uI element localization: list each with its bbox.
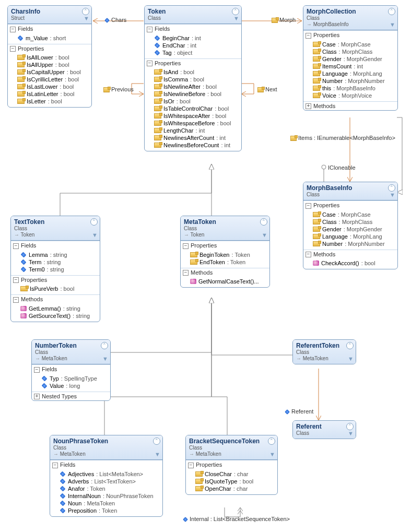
class-title: MorphCollection	[307, 8, 394, 15]
section-header[interactable]: −Properties	[303, 201, 397, 210]
class-kind: Class	[14, 226, 97, 232]
filter-icon[interactable]: ▼	[390, 192, 395, 198]
class-title: NumberToken	[35, 342, 107, 349]
property: BeginTokenToken	[190, 251, 268, 258]
section-header[interactable]: −Properties	[186, 460, 277, 469]
collapse-icon[interactable]: ⌃	[388, 8, 395, 15]
assoc-label-morph: Morph	[272, 17, 296, 23]
method: GetSourceText()string	[20, 312, 99, 320]
class-base: MetaToken	[35, 356, 107, 362]
filter-icon[interactable]: ▼	[269, 452, 275, 457]
filter-icon[interactable]: ▼	[92, 232, 98, 238]
class-title: NounPhraseToken	[53, 438, 159, 445]
section-header[interactable]: −Methods	[303, 250, 397, 259]
class-charsinfo[interactable]: CharsInfo Struct ⌃ ▼ −Fields m_Valueshor…	[7, 5, 92, 108]
class-base: Token	[184, 232, 266, 238]
field: Termstring	[20, 258, 99, 266]
collapse-icon[interactable]: ⌃	[260, 218, 267, 226]
collapse-icon[interactable]: ⌃	[346, 423, 354, 430]
method: GetLemma()string	[20, 305, 99, 312]
class-kind: Class	[53, 445, 159, 451]
property: GenderMorphGender	[313, 226, 396, 233]
field: AdjectivesList<MetaToken>	[60, 470, 161, 478]
class-token[interactable]: Token Class ⌃ ▼ −Fields BeginCharint End…	[144, 5, 242, 151]
filter-icon[interactable]: ▼	[155, 452, 160, 457]
class-base: Token	[14, 232, 97, 238]
collapse-icon[interactable]: ⌃	[388, 184, 395, 192]
property: IsWhitespaceBeforebool	[154, 120, 240, 127]
section-header[interactable]: −Fields	[11, 241, 100, 250]
property: CaseMorphCase	[313, 211, 396, 218]
class-nounphrasetoken[interactable]: NounPhraseToken Class MetaToken ⌃ ▼ −Fie…	[50, 435, 163, 517]
property: IsNewlineAfterbool	[154, 83, 240, 90]
field: PrepositionToken	[60, 507, 161, 514]
collapse-icon[interactable]: ⌃	[268, 438, 275, 445]
collapse-icon[interactable]: ⌃	[82, 8, 89, 15]
property: ItemsCountint	[313, 63, 396, 70]
section-header[interactable]: −Properties	[181, 241, 269, 250]
property: IsOrbool	[154, 98, 240, 105]
property: IsAllUpperbool	[17, 61, 90, 68]
section-header[interactable]: −Properties	[303, 31, 397, 40]
property: IsNewlineBeforebool	[154, 90, 240, 98]
property: NewlinesAfterCountint	[154, 134, 240, 141]
filter-icon[interactable]: ▼	[348, 356, 354, 362]
section-header[interactable]: −Methods	[181, 268, 269, 277]
property: ClassMorphClass	[313, 218, 396, 226]
section-header[interactable]: +Methods	[303, 102, 397, 111]
section-header[interactable]: −Fields	[50, 460, 162, 469]
filter-icon[interactable]: ▼	[84, 16, 89, 21]
collapse-icon[interactable]: ⌃	[101, 342, 108, 349]
section-header[interactable]: −Properties	[8, 44, 91, 53]
field: EndCharint	[154, 42, 240, 49]
class-texttoken[interactable]: TextToken Class Token ⌃ ▼ −Fields Lemmas…	[10, 216, 100, 322]
assoc-label-internal: Internal : List<BracketSequenceToken>	[183, 516, 290, 522]
section-header[interactable]: +Nested Types	[32, 392, 110, 401]
class-morphcollection[interactable]: MorphCollection Class MorphBaseInfo ⌃ ▼ …	[303, 5, 398, 111]
section-header[interactable]: −Methods	[11, 295, 100, 304]
section-header[interactable]: −Fields	[8, 25, 91, 33]
class-kind: Class	[189, 445, 274, 451]
property: IsCyrillicLetterbool	[17, 76, 90, 83]
filter-icon[interactable]: ▼	[262, 232, 267, 238]
property: IsPureVerbbool	[20, 285, 99, 292]
collapse-icon[interactable]: ⌃	[232, 8, 239, 15]
section-header[interactable]: −Fields	[145, 25, 241, 33]
field: AnaforToken	[60, 485, 161, 492]
class-kind: Class	[307, 15, 394, 21]
filter-icon[interactable]: ▼	[102, 356, 108, 362]
filter-icon[interactable]: ▼	[233, 16, 239, 21]
filter-icon[interactable]: ▼	[390, 22, 395, 28]
field: Lemmastring	[20, 251, 99, 258]
property: OpenCharchar	[195, 485, 276, 492]
section-header[interactable]: −Properties	[145, 59, 241, 68]
class-kind: Class	[296, 430, 353, 436]
collapse-icon[interactable]: ⌃	[90, 218, 98, 226]
collapse-icon[interactable]: ⌃	[153, 438, 160, 445]
class-bracketsequencetoken[interactable]: BracketSequenceToken Class MetaToken ⌃ ▼…	[185, 435, 278, 495]
property: NewlinesBeforeCountint	[154, 141, 240, 149]
filter-icon[interactable]: ▼	[348, 431, 354, 436]
assoc-label-items: Items : IEnumerable<MorphBaseInfo>	[290, 135, 395, 141]
class-referent[interactable]: Referent Class ⌃ ▼	[292, 420, 356, 439]
class-morphbaseinfo[interactable]: MorphBaseInfo Class ⌃ ▼ −Properties Case…	[303, 182, 398, 269]
class-kind: Class	[296, 349, 353, 356]
property: ClassMorphClass	[313, 48, 396, 55]
section-header[interactable]: −Properties	[11, 276, 100, 285]
field: AdverbsList<TextToken>	[60, 478, 161, 485]
class-numbertoken[interactable]: NumberToken Class MetaToken ⌃ ▼ −Fields …	[31, 339, 111, 401]
assoc-label-chars: Chars	[104, 17, 126, 23]
section-header[interactable]: −Fields	[32, 365, 110, 374]
class-title: CharsInfo	[11, 8, 88, 15]
class-title: Referent	[296, 423, 353, 430]
class-referenttoken[interactable]: ReferentToken Class MetaToken ⌃ ▼	[292, 339, 356, 364]
method: GetNormalCaseText()...	[190, 278, 268, 285]
property: CloseCharchar	[195, 470, 276, 478]
assoc-label-referent: Referent	[285, 408, 313, 415]
class-metatoken[interactable]: MetaToken Class Token ⌃ ▼ −Properties Be…	[180, 216, 270, 288]
field: BeginCharint	[154, 34, 240, 42]
collapse-icon[interactable]: ⌃	[346, 342, 354, 349]
property: NumberMorphNumber	[313, 77, 396, 85]
assoc-label-previous: Previous	[103, 86, 134, 92]
field: Term0string	[20, 266, 99, 273]
